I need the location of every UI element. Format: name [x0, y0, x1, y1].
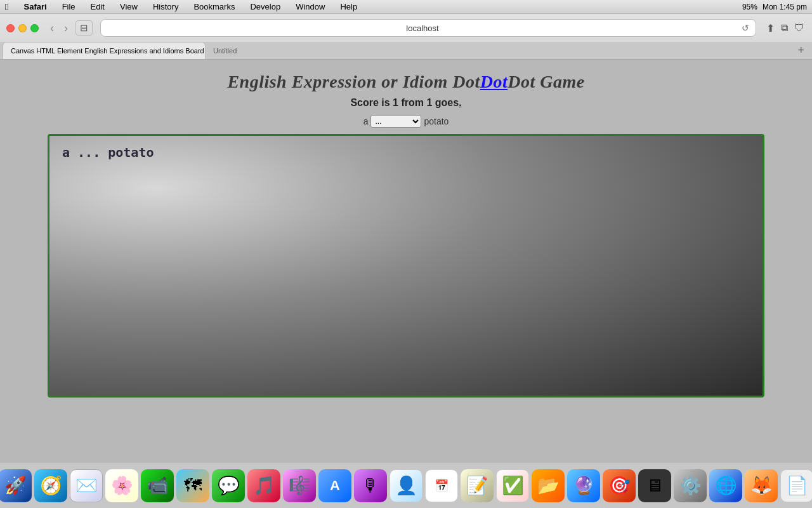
menu-bookmarks[interactable]: Bookmarks	[191, 1, 237, 12]
dock-launchpad[interactable]: 🚀	[0, 469, 32, 502]
dock-facetime[interactable]: 📹	[141, 469, 174, 502]
traffic-lights	[6, 24, 39, 32]
tab-active[interactable]: Canvas HTML Element English Expressions …	[3, 42, 206, 59]
dock-calendar[interactable]: 📅	[425, 469, 458, 502]
dock-messages[interactable]: 💬	[212, 469, 245, 502]
forward-button[interactable]: ›	[62, 21, 70, 35]
menu-bar:  Safari File Edit View History Bookmark…	[0, 0, 812, 14]
menu-safari[interactable]: Safari	[21, 1, 49, 12]
dock-safari[interactable]: 🧭	[34, 469, 67, 502]
tab-active-label: Canvas HTML Element English Expressions …	[11, 47, 206, 55]
menu-file[interactable]: File	[60, 1, 78, 12]
close-button[interactable]	[6, 24, 15, 32]
battery-indicator: 95%	[742, 3, 757, 11]
browser-chrome: ‹ › ⊟ localhost ↺ ⬆ ⧉ 🛡 Canvas HTML Elem…	[0, 14, 812, 60]
dock-notes[interactable]: 📝	[461, 469, 494, 502]
tab-bar: Canvas HTML Element English Expressions …	[0, 42, 812, 60]
dock-icon-17[interactable]: 🔮	[567, 469, 600, 502]
dock-icon-19[interactable]: 🖥	[638, 469, 671, 502]
control-suffix: potato	[424, 116, 449, 126]
page-title: English Expression or Idiom DotDotDot Ga…	[227, 72, 584, 92]
menubar-right: 95% Mon 1:45 pm	[742, 3, 807, 11]
menu-develop[interactable]: Develop	[247, 1, 283, 12]
url-bar-wrap: localhost ↺	[100, 19, 756, 37]
menu-edit[interactable]: Edit	[88, 1, 107, 12]
new-tab-button[interactable]: +	[792, 44, 809, 57]
tabs-button[interactable]: ⧉	[780, 21, 789, 36]
control-prefix: a	[363, 116, 369, 126]
apple-menu[interactable]: 	[5, 1, 8, 12]
dock-maps[interactable]: 🗺	[176, 469, 209, 502]
tab-inactive[interactable]: Untitled	[206, 42, 244, 59]
title-part2: Dot Game	[508, 72, 584, 91]
tab-inactive-label: Untitled	[213, 47, 237, 55]
dock-icon-21[interactable]: 🌐	[709, 469, 742, 502]
menu-view[interactable]: View	[117, 1, 140, 12]
sidebar-button[interactable]: ⊟	[75, 20, 93, 36]
minimize-button[interactable]	[18, 24, 27, 32]
game-canvas: a ... potato	[48, 134, 764, 398]
menu-help[interactable]: Help	[337, 1, 360, 12]
clock: Mon 1:45 pm	[763, 3, 807, 11]
score-text: Score is 1 from 1 goes	[350, 97, 459, 108]
control-row: a ... hot small couch potato	[363, 115, 449, 128]
dock-icon-23[interactable]: 📄	[780, 469, 812, 502]
dock-mail[interactable]: ✉️	[70, 469, 103, 502]
dock-photos[interactable]: 🌸	[105, 469, 138, 502]
dock-filezilla[interactable]: 📂	[532, 469, 565, 502]
dock-reminders[interactable]: ✅	[496, 469, 529, 502]
title-part1: English Expression or Idiom Dot	[227, 72, 480, 91]
share-button[interactable]: ⬆	[765, 21, 776, 36]
score-period: .	[459, 97, 461, 108]
dock-icon-18[interactable]: 🎯	[603, 469, 636, 502]
toolbar: ‹ › ⊟ localhost ↺ ⬆ ⧉ 🛡	[0, 14, 812, 42]
maximize-button[interactable]	[30, 24, 39, 32]
dock: 😊 🚀 🧭 ✉️ 🌸 📹 🗺 💬 🎵 🎼 A 🎙 👤 📅 📝 ✅ 📂 🔮 🎯 🖥…	[0, 462, 812, 508]
dock-music[interactable]: 🎵	[247, 469, 280, 502]
dock-icon-22[interactable]: 🦊	[745, 469, 778, 502]
title-highlight: Dot	[480, 72, 508, 91]
dock-contacts[interactable]: 👤	[390, 469, 422, 502]
dock-itunes[interactable]: 🎼	[283, 469, 316, 502]
dock-appstore[interactable]: A	[318, 469, 351, 502]
menu-history[interactable]: History	[150, 1, 181, 12]
score-line: Score is 1 from 1 goes.	[350, 97, 461, 109]
canvas-display-text: a ... potato	[62, 145, 154, 160]
shield-button[interactable]: 🛡	[793, 21, 806, 36]
page-content: English Expression or Idiom DotDotDot Ga…	[0, 60, 812, 462]
back-button[interactable]: ‹	[48, 21, 56, 35]
reload-button[interactable]: ↺	[742, 23, 749, 33]
menu-window[interactable]: Window	[293, 1, 327, 12]
toolbar-right-buttons: ⬆ ⧉ 🛡	[765, 21, 806, 36]
dock-icon-20[interactable]: ⚙️	[674, 469, 707, 502]
url-input[interactable]: localhost	[107, 23, 738, 33]
word-select[interactable]: ... hot small couch	[370, 115, 421, 128]
dock-podcasts[interactable]: 🎙	[354, 469, 387, 502]
